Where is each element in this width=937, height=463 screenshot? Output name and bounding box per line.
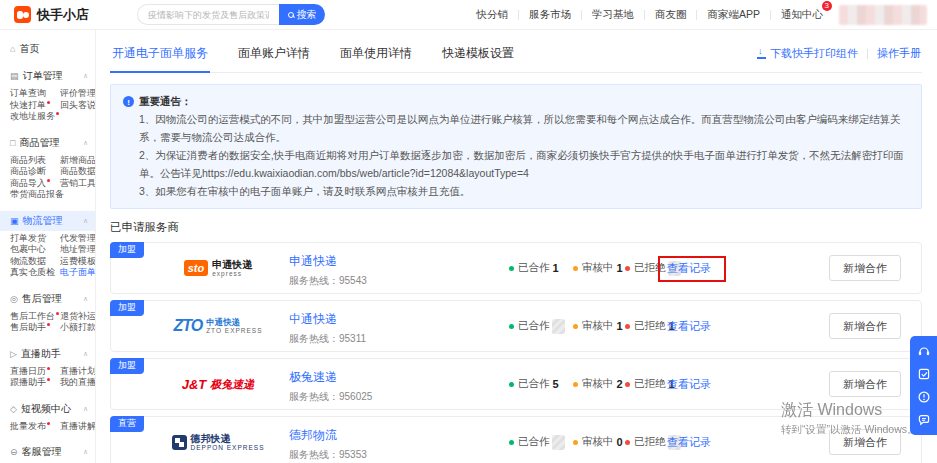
sidebar-item[interactable]: 直播计划: [60, 366, 96, 378]
divider: [581, 10, 582, 20]
new-cooperation-button[interactable]: 新增合作: [829, 255, 901, 281]
short-video-icon: ◇: [10, 404, 17, 414]
operation-type-tag: 加盟: [110, 300, 144, 316]
sidebar-item[interactable]: 我的直播: [60, 377, 96, 389]
sidebar-group: 订单查询 评价管理 快速打单 回头客说 改地址服务: [0, 86, 95, 123]
tab-open-ewaybill-service[interactable]: 开通电子面单服务: [110, 43, 210, 73]
sidebar-item[interactable]: 地址管理: [60, 244, 96, 256]
sidebar-section-products[interactable]: □商品管理: [0, 133, 95, 153]
sidebar-item[interactable]: 营销工具箱: [60, 178, 96, 190]
sidebar-item[interactable]: 新增商品: [60, 155, 96, 167]
hotline: 服务热线：95543: [289, 274, 367, 288]
sidebar-item[interactable]: 快速打单: [10, 100, 60, 112]
form-icon[interactable]: [917, 367, 931, 381]
sidebar-item[interactable]: 批量发布: [10, 421, 60, 433]
view-records-link[interactable]: 查看记录: [667, 261, 711, 276]
view-records-link[interactable]: 查看记录: [667, 319, 711, 334]
sidebar-item[interactable]: 运费模板: [60, 256, 96, 268]
red-dot-badge: [47, 378, 50, 381]
aftersale-icon: ◎: [10, 294, 18, 304]
operation-manual-link[interactable]: 操作手册: [877, 46, 921, 61]
chat-icon[interactable]: [917, 413, 931, 427]
sidebar-item[interactable]: 售后工作台: [10, 311, 60, 323]
carrier-name-link[interactable]: 中通快递: [289, 311, 366, 328]
notice-line: 2、为保证消费者的数据安全,快手电商近期将对用户订单数据逐步加密，数据加密后，商…: [123, 146, 909, 182]
download-icon: [757, 49, 766, 59]
sidebar-item[interactable]: 评价管理: [60, 88, 96, 100]
tab-waybill-account-detail[interactable]: 面单账户详情: [236, 43, 312, 72]
sidebar-section-aftersale[interactable]: ◎售后管理: [0, 289, 95, 309]
sidebar-item[interactable]: 改地址服务: [10, 111, 60, 123]
tab-express-template-settings[interactable]: 快递模板设置: [440, 43, 516, 72]
hotline: 服务热线：95311: [289, 332, 366, 346]
tab-waybill-usage-detail[interactable]: 面单使用详情: [338, 43, 414, 72]
view-records-link[interactable]: 查看记录: [667, 435, 711, 450]
alert-icon[interactable]: [917, 390, 931, 404]
provider-card-sto: 加盟 sto 申通快递express 申通快递 服务热线：95543 已合作1 …: [110, 242, 922, 294]
download-print-component-link[interactable]: 下载快手打印组件: [757, 46, 858, 61]
sidebar-section-customer-service[interactable]: ⊖客服管理: [0, 442, 95, 462]
divider: [770, 10, 771, 20]
search-icon: [288, 12, 294, 18]
sidebar-item[interactable]: 代发管理: [60, 233, 96, 245]
logistics-icon: ▣: [10, 216, 19, 226]
divider: [867, 49, 868, 59]
sidebar-item[interactable]: 退货补运费: [60, 311, 96, 323]
sidebar-item[interactable]: 商品列表: [10, 155, 60, 167]
sto-logo: sto 申通快递express: [153, 243, 283, 293]
sidebar-section-orders[interactable]: ▤订单管理: [0, 66, 95, 86]
sidebar-item[interactable]: 订单查询: [10, 88, 60, 100]
sidebar-item[interactable]: 带货商品报备: [10, 189, 60, 201]
sidebar-group: 售后工作台 退货补运费 售后助手 小额打款: [0, 309, 95, 334]
sidebar-item[interactable]: 售后助手: [10, 322, 60, 334]
carrier-name-link[interactable]: 德邦物流: [289, 427, 367, 444]
carrier-name-link[interactable]: 申通快递: [289, 253, 367, 270]
new-cooperation-button[interactable]: 新增合作: [829, 313, 901, 339]
sidebar-item[interactable]: 真实仓质检: [10, 267, 60, 279]
orange-dot-icon: [573, 440, 578, 445]
nav-merchant-circle[interactable]: 商友圈: [655, 8, 687, 22]
applied-providers-title: 已申请服务商: [110, 220, 922, 235]
hotline: 服务热线：956025: [289, 390, 372, 404]
sidebar-section-live-assistant[interactable]: ▷直播助手: [0, 344, 95, 364]
sidebar-item[interactable]: 商品导入: [10, 178, 60, 190]
sidebar-item[interactable]: 商品数据: [60, 166, 96, 178]
sidebar-item[interactable]: 直播日历: [10, 366, 60, 378]
provider-card-zto: 加盟 ZTO 中通快递ZTO EXPRESS 中通快递 服务热线：95311 已…: [110, 300, 922, 352]
sidebar-item-home[interactable]: ⌂首页: [0, 30, 95, 56]
sidebar-item[interactable]: 直播讲解: [60, 421, 96, 433]
red-dot-icon: [625, 440, 630, 445]
orders-icon: ▤: [10, 71, 19, 81]
nav-learning-base[interactable]: 学习基地: [592, 8, 634, 22]
chevron-up-icon: [83, 72, 88, 80]
red-dot-badge: [47, 367, 50, 370]
sidebar-item[interactable]: 小额打款: [60, 322, 96, 334]
new-cooperation-button[interactable]: 新增合作: [829, 371, 901, 397]
nav-kuaifenxiao[interactable]: 快分销: [476, 8, 508, 22]
sidebar-item[interactable]: 回头客说: [60, 100, 96, 112]
carrier-name-link[interactable]: 极兔速递: [289, 369, 372, 386]
nav-service-market[interactable]: 服务市场: [529, 8, 571, 22]
sidebar-item[interactable]: 跟播助手: [10, 377, 60, 389]
chevron-up-icon: [83, 295, 88, 303]
nav-merchant-app[interactable]: 商家端APP: [707, 8, 760, 22]
sidebar-section-logistics[interactable]: ▣物流管理: [0, 211, 95, 231]
carrier-info: 极兔速递 服务热线：956025: [289, 369, 372, 404]
view-records-link[interactable]: 查看记录: [667, 377, 711, 392]
new-cooperation-button[interactable]: 新增合作: [829, 429, 901, 455]
sidebar-item[interactable]: 包裹中心: [10, 244, 60, 256]
sidebar-section-short-video[interactable]: ◇短视频中心: [0, 399, 95, 419]
sidebar-item[interactable]: 物流数据: [10, 256, 60, 268]
green-dot-icon: [509, 324, 514, 329]
sidebar-item[interactable]: 打单发货: [10, 233, 60, 245]
divider: [696, 10, 697, 20]
orange-dot-icon: [573, 324, 578, 329]
sidebar-item[interactable]: 商品诊断: [10, 166, 60, 178]
headset-icon[interactable]: [917, 344, 931, 358]
search-input[interactable]: [137, 4, 279, 25]
notification-badge: 3: [822, 1, 832, 11]
search-button[interactable]: 搜索: [279, 4, 325, 25]
user-account-redacted[interactable]: [839, 5, 927, 25]
nav-notification-center[interactable]: 通知中心3: [781, 8, 823, 22]
sidebar-item-ewaybill-active[interactable]: 电子面单: [60, 267, 96, 279]
